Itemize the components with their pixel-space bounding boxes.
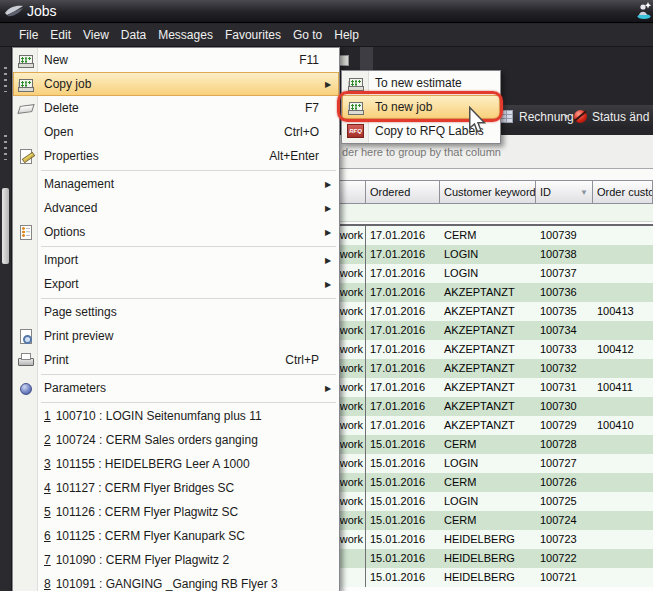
titlebar-user-status-icon[interactable] [636,1,652,24]
submenu-arrow-icon: ▶ [325,256,339,265]
dock-scroll-handle[interactable] [2,188,9,264]
column-header-id[interactable]: ID ▼ [536,181,593,203]
menu-item-label: Print preview [38,329,319,343]
background-toolbar-fragment [360,47,373,70]
menu-item-label: 2100724 : CERM Sales orders ganging [38,433,319,447]
menu-item-shortcut: Ctrl+O [284,125,325,139]
cell-id: 100731 [536,378,593,397]
file-menu-item[interactable]: Open Ctrl+O [13,120,339,144]
menubar-item-messages[interactable]: Messages [152,24,219,46]
cell-ordered: 15.01.2016 [366,530,440,549]
menubar-item-view[interactable]: View [77,24,115,46]
status-change-icon [574,110,587,123]
cell-order-customer [593,264,653,283]
file-menu-item[interactable]: 1100710 : LOGIN Seitenumfang plus 11 [13,404,339,428]
dock-grip-icon[interactable] [4,67,7,92]
cell-ordered: 17.01.2016 [366,397,440,416]
file-menu-item[interactable]: New F11 [13,48,339,72]
accelerator-number: 2 [44,433,51,447]
menu-icon-gutter [13,51,38,69]
cell-order-customer [593,568,653,587]
menu-icon-gutter [13,407,38,425]
column-header-order-customer[interactable]: Order custo [593,181,653,203]
file-menu-item[interactable]: Advanced ▶ [13,196,339,220]
cell-customer-keyword: LOGIN [440,245,536,264]
cell-id: 100732 [536,359,593,378]
menu-icon-gutter [13,527,38,545]
menubar-item-edit[interactable]: Edit [44,24,77,46]
menubar-item-help[interactable]: Help [328,24,365,46]
column-header-ordered[interactable]: Ordered [366,181,440,203]
file-menu-item[interactable]: Import ▶ [13,248,339,272]
menubar-item-file[interactable]: File [13,24,44,46]
cell-customer-keyword: AKZEPTANZT [440,359,536,378]
menubar-item-favourites[interactable]: Favourites [219,24,287,46]
file-menu-item[interactable]: Options ▶ [13,220,339,244]
menu-item-label: 1100710 : LOGIN Seitenumfang plus 11 [38,409,319,423]
file-menu-item[interactable]: 2100724 : CERM Sales orders ganging [13,428,339,452]
menu-item-icon [17,123,35,141]
menu-item-icon [17,455,35,473]
file-menu-item[interactable]: 5101126 : CERM Flyer Plagwitz SC [13,500,339,524]
chevron-down-icon[interactable]: ▾ [564,112,568,121]
menu-icon-gutter [13,327,38,345]
cell-id: 100728 [536,435,593,454]
menu-item-label: 3101155 : HEIDELBERG Leer A 1000 [38,457,319,471]
group-by-hint: der here to group by that column [342,146,501,158]
status-change-button[interactable]: Status änd [592,110,649,124]
submenu-arrow-icon: ▶ [325,384,339,393]
cell-ordered: 17.01.2016 [366,283,440,302]
cell-id: 100733 [536,340,593,359]
menu-icon-gutter [13,503,38,521]
titlebar: Jobs [0,0,653,23]
menu-item-icon [17,351,35,369]
cell-id: 100734 [536,321,593,340]
menu-icon-gutter [342,74,369,92]
submenu-arrow-icon: ▶ [325,280,339,289]
sort-desc-icon[interactable]: ▼ [580,186,588,203]
file-menu-item[interactable]: Print Ctrl+P [13,348,339,372]
menu-icon-gutter [13,275,38,293]
file-menu-item[interactable]: Management ▶ [13,172,339,196]
file-menu-item[interactable]: Copy job ▶ [13,72,339,96]
file-menu-item[interactable]: Properties Alt+Enter [13,144,339,168]
file-menu-item[interactable]: Page settings [13,300,339,324]
jobs-window: Jobs File Edit View Data Messages Favour… [0,0,653,591]
column-header-id-label: ID [540,186,551,203]
cell-ordered: 17.01.2016 [366,321,440,340]
menubar: File Edit View Data Messages Favourites … [0,24,653,47]
file-menu-item[interactable]: Print preview [13,324,339,348]
file-menu-item[interactable]: Parameters ▶ [13,376,339,400]
file-menu-item[interactable]: Export ▶ [13,272,339,296]
cell-ordered: 15.01.2016 [366,473,440,492]
app-logo-icon [4,4,24,23]
file-menu-item[interactable]: 7101090 : CERM Flyer Plagwitz 2 [13,548,339,572]
file-menu-item[interactable]: 4101127 : CERM Flyer Bridges SC [13,476,339,500]
cell-customer-keyword: AKZEPTANZT [440,397,536,416]
menu-icon-gutter [13,351,38,369]
menu-item-label: Advanced [38,201,319,215]
cell-ordered: 17.01.2016 [366,416,440,435]
file-menu-item[interactable]: 3101155 : HEIDELBERG Leer A 1000 [13,452,339,476]
cell-order-customer: 100412 [593,340,653,359]
menu-item-label: Delete [38,101,305,115]
file-menu-popup: New F11 Copy job ▶ Delete F7 Open Ctrl+O [12,47,340,591]
menu-item-label: 7101090 : CERM Flyer Plagwitz 2 [38,553,319,567]
menubar-item-goto[interactable]: Go to [287,24,328,46]
cell-id: 100727 [536,454,593,473]
cell-id: 100721 [536,568,593,587]
menu-item-label: Parameters [38,381,319,395]
menu-item-shortcut: F11 [299,53,325,67]
menu-icon-gutter [13,199,38,217]
menubar-item-data[interactable]: Data [115,24,152,46]
column-header-customer-keyword[interactable]: Customer keyword [440,181,536,203]
file-menu-item[interactable]: 6101125 : CERM Flyer Kanupark SC [13,524,339,548]
cell-order-customer [593,492,653,511]
cell-ordered: 15.01.2016 [366,549,440,568]
accelerator-number: 3 [44,457,51,471]
file-menu-item[interactable]: Delete F7 [13,96,339,120]
file-menu-item[interactable]: 8101091 : GANGING _Ganging RB Flyer 3 [13,572,339,591]
cell-customer-keyword: CERM [440,473,536,492]
dock-grip-icon[interactable] [4,135,7,160]
cell-ordered: 17.01.2016 [366,226,440,245]
